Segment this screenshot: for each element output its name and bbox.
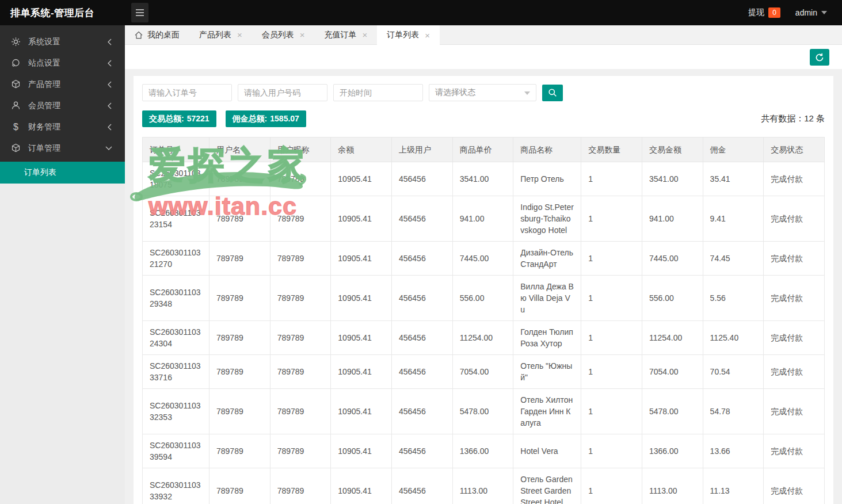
chevron-left-icon (107, 102, 112, 109)
sidebar-item-label: 产品管理 (28, 79, 60, 90)
cell-balance: 10905.41 (331, 321, 392, 355)
table-row: SC2603011033393278978978978910905.414564… (143, 468, 825, 504)
sidebar-toggle-button[interactable] (131, 3, 148, 22)
column-header-username: 用户名 (209, 138, 270, 162)
cell-status: 完成付款 (764, 389, 825, 434)
cell-quantity: 1 (581, 321, 642, 355)
cell-commission: 9.41 (703, 196, 764, 242)
search-icon (548, 88, 557, 97)
chevron-left-icon (107, 39, 112, 45)
cell-username: 789789 (209, 389, 270, 434)
cell-username: 789789 (209, 196, 270, 242)
cell-order-no: SC26030110321270 (143, 242, 209, 276)
close-icon[interactable]: × (300, 30, 305, 39)
sidebar-item-finance-management[interactable]: $ 财务管理 (0, 116, 125, 138)
column-header-order-no: 订单号 (143, 138, 209, 162)
total-count: 共有数据：12 条 (761, 113, 825, 124)
close-icon[interactable]: × (425, 31, 430, 40)
cell-unit-price: 1366.00 (452, 434, 513, 468)
cell-parent-user: 456456 (391, 196, 452, 242)
cell-balance: 10905.41 (331, 276, 392, 321)
tab-order-list[interactable]: 订单列表 × (377, 25, 440, 45)
table-row: SC2603011032315478978978978910905.414564… (143, 196, 825, 242)
cube-icon (11, 79, 21, 89)
table-row: SC2603011032430478978978978910905.414564… (143, 321, 825, 355)
cell-product-name: Петр Отель (513, 162, 581, 196)
sidebar-item-order-management[interactable]: 订单管理 (0, 138, 125, 159)
sidebar-item-system-settings[interactable]: 系统设置 (0, 31, 125, 52)
tab-my-desktop[interactable]: 我的桌面 (125, 25, 189, 44)
order-no-input[interactable] (142, 84, 232, 101)
commission-total-badge: 佣金总额:1585.07 (226, 110, 306, 127)
cell-quantity: 1 (581, 242, 642, 276)
cell-amount: 1113.00 (642, 468, 703, 504)
sidebar: 系统设置 站点设置 产品管理 (0, 25, 125, 504)
cell-commission: 13.66 (703, 434, 764, 468)
table-row: SC2603011033235378978978978910905.414564… (143, 389, 825, 434)
main-area: 我的桌面 产品列表 × 会员列表 × 充值订单 × 订单列表 × (125, 25, 842, 504)
chevron-down-icon (821, 11, 827, 14)
sidebar-item-order-list[interactable]: 订单列表 (0, 162, 125, 184)
cell-nickname: 789789 (270, 389, 331, 434)
cell-nickname: 789789 (270, 196, 331, 242)
column-header-commission: 佣金 (703, 138, 764, 162)
close-icon[interactable]: × (363, 30, 368, 39)
sidebar-menu: 系统设置 站点设置 产品管理 (0, 25, 125, 184)
cell-amount: 941.00 (642, 196, 703, 242)
cell-commission: 74.45 (703, 242, 764, 276)
status-select[interactable]: 请选择状态 (429, 84, 536, 101)
cell-balance: 10905.41 (331, 242, 392, 276)
cell-quantity: 1 (581, 434, 642, 468)
sidebar-item-site-settings[interactable]: 站点设置 (0, 52, 125, 74)
column-header-parent-user: 上级用户 (391, 138, 452, 162)
trade-total-badge: 交易总额:57221 (142, 110, 216, 127)
cell-unit-price: 556.00 (452, 276, 513, 321)
cell-status: 完成付款 (764, 162, 825, 196)
column-header-amount: 交易金额 (642, 138, 703, 162)
cell-amount: 3541.00 (642, 162, 703, 196)
user-no-input[interactable] (238, 84, 327, 101)
cell-order-no: SC26030110324304 (143, 321, 209, 355)
cell-product-name: Hotel Vera (513, 434, 581, 468)
cell-product-name: Отель Garden Street Garden Street Hotel (513, 468, 581, 504)
cell-quantity: 1 (581, 196, 642, 242)
dollar-icon: $ (11, 122, 21, 132)
cell-username: 789789 (209, 355, 270, 389)
sidebar-item-label: 系统设置 (28, 37, 60, 47)
app-title: 排单系统-管理后台 (0, 6, 125, 20)
refresh-button[interactable] (810, 49, 829, 66)
hamburger-icon (135, 9, 144, 17)
cell-username: 789789 (209, 321, 270, 355)
cell-unit-price: 7054.00 (452, 355, 513, 389)
cell-parent-user: 456456 (391, 276, 452, 321)
withdraw-label: 提现 (748, 7, 764, 18)
cell-username: 789789 (209, 276, 270, 321)
tab-product-list[interactable]: 产品列表 × (189, 25, 252, 44)
cell-status: 完成付款 (764, 468, 825, 504)
home-icon (135, 31, 143, 39)
close-icon[interactable]: × (237, 30, 242, 39)
withdraw-menu[interactable]: 提现 0 (748, 7, 780, 18)
cell-balance: 10905.41 (331, 196, 392, 242)
cell-status: 完成付款 (764, 355, 825, 389)
tab-member-list[interactable]: 会员列表 × (252, 25, 315, 44)
refresh-icon (815, 53, 824, 62)
user-menu[interactable]: admin (795, 8, 827, 17)
orders-table: 订单号用户名用户昵称余额上级用户商品单价商品名称交易数量交易金额佣金交易状态 S… (142, 137, 825, 504)
sidebar-item-member-management[interactable]: 会员管理 (0, 95, 125, 116)
tab-recharge-orders[interactable]: 充值订单 × (315, 25, 378, 44)
column-header-nickname: 用户昵称 (270, 138, 331, 162)
cell-order-no: SC26030110333932 (143, 468, 209, 504)
cell-parent-user: 456456 (391, 321, 452, 355)
cell-order-no: SC26030110332353 (143, 389, 209, 434)
cell-nickname: 789789 (270, 242, 331, 276)
search-button[interactable] (542, 85, 563, 101)
start-time-input[interactable] (333, 84, 423, 101)
orders-table-head: 订单号用户名用户昵称余额上级用户商品单价商品名称交易数量交易金额佣金交易状态 (143, 138, 825, 162)
cell-unit-price: 5478.00 (452, 389, 513, 434)
cell-order-no: SC26030110318075 (143, 162, 209, 196)
sidebar-item-product-management[interactable]: 产品管理 (0, 74, 125, 95)
tab-bar: 我的桌面 产品列表 × 会员列表 × 充值订单 × 订单列表 × (125, 25, 842, 45)
cell-nickname: 789789 (270, 355, 331, 389)
column-header-status: 交易状态 (764, 138, 825, 162)
